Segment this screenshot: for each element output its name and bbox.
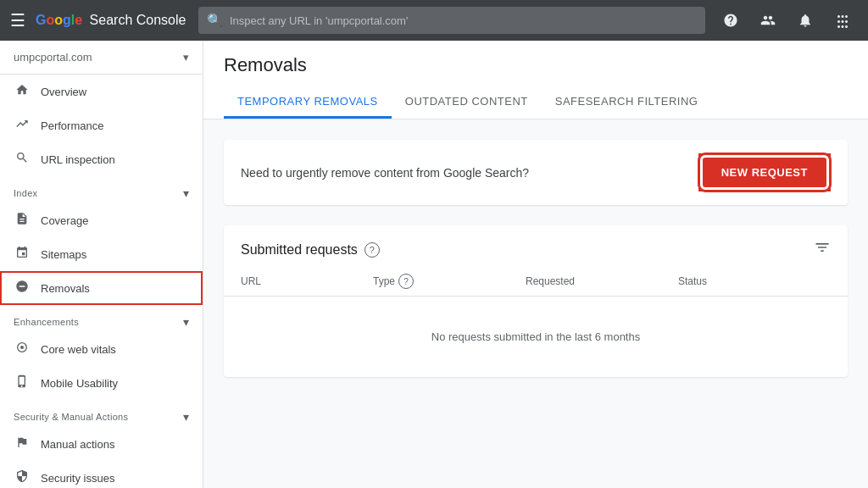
sidebar-item-sitemaps[interactable]: Sitemaps [0, 237, 203, 271]
submitted-title-text: Submitted requests [241, 242, 358, 258]
account-icon-button[interactable] [753, 5, 783, 36]
sidebar-item-security-issues[interactable]: Security issues [0, 461, 203, 488]
security-section-label: Security & Manual Actions [14, 412, 128, 422]
sidebar-item-coverage-label: Coverage [41, 214, 88, 227]
filter-icon[interactable] [814, 239, 831, 260]
tab-temporary-removals[interactable]: TEMPORARY REMOVALS [224, 86, 392, 119]
submitted-requests-section: Submitted requests ? URL Type [224, 225, 848, 377]
mobile-usability-icon [14, 374, 31, 391]
index-section-header: Index ▾ [0, 176, 203, 203]
submitted-requests-title: Submitted requests ? [241, 242, 380, 258]
sidebar-item-core-web-vitals[interactable]: Core web vitals [0, 332, 203, 366]
sidebar-item-manual-actions-label: Manual actions [41, 438, 114, 451]
app-layout: umpcportal.com ▾ Overview Performance UR… [0, 41, 868, 488]
sidebar-item-mobile-usability-label: Mobile Usability [41, 377, 118, 390]
index-section-arrow[interactable]: ▾ [183, 186, 189, 200]
sidebar-item-url-inspection-label: URL inspection [41, 153, 115, 166]
page-title: Removals [224, 54, 848, 86]
new-request-button[interactable]: NEW REQUEST [703, 158, 826, 187]
col-header-url: URL [241, 274, 373, 289]
security-issues-icon [14, 469, 31, 486]
sidebar-item-security-issues-label: Security issues [41, 472, 114, 485]
col-header-type: Type ? [373, 274, 526, 289]
sidebar-item-overview-label: Overview [41, 86, 86, 98]
property-arrow-icon: ▾ [183, 51, 189, 64]
page-header: Removals TEMPORARY REMOVALS OUTDATED CON… [203, 41, 868, 119]
sidebar-item-core-web-vitals-label: Core web vitals [41, 343, 116, 356]
empty-state: No requests submitted in the last 6 mont… [224, 297, 848, 377]
request-banner-text: Need to urgently remove content from Goo… [241, 166, 529, 180]
performance-icon [14, 117, 31, 134]
tab-outdated-content[interactable]: OUTDATED CONTENT [392, 86, 542, 119]
enhancements-section-header: Enhancements ▾ [0, 305, 203, 332]
hamburger-icon[interactable]: ☰ [10, 10, 25, 30]
submitted-requests-header: Submitted requests ? [224, 225, 848, 267]
removals-icon [14, 280, 31, 297]
empty-state-text: No requests submitted in the last 6 mont… [431, 330, 640, 343]
coverage-icon [14, 212, 31, 229]
security-section-arrow[interactable]: ▾ [183, 410, 189, 424]
col-header-status: Status [678, 274, 831, 289]
content-area: Need to urgently remove content from Goo… [203, 119, 868, 397]
sidebar-item-removals[interactable]: Removals [0, 271, 203, 305]
submitted-requests-help-icon[interactable]: ? [364, 242, 380, 258]
grid-icon-button[interactable] [827, 5, 858, 36]
sidebar-item-performance-label: Performance [41, 119, 103, 132]
sidebar-item-performance[interactable]: Performance [0, 108, 203, 142]
sidebar-item-coverage[interactable]: Coverage [0, 203, 203, 237]
main-content: Removals TEMPORARY REMOVALS OUTDATED CON… [203, 41, 868, 488]
home-icon [14, 83, 31, 100]
sidebar-item-manual-actions[interactable]: Manual actions [0, 427, 203, 461]
core-web-vitals-icon [14, 341, 31, 358]
new-request-btn-wrapper: NEW REQUEST [698, 153, 831, 191]
col-header-requested: Requested [526, 274, 678, 289]
security-section-header: Security & Manual Actions ▾ [0, 400, 203, 427]
manual-actions-icon [14, 435, 31, 452]
sidebar-item-overview[interactable]: Overview [0, 75, 203, 108]
enhancements-section-arrow[interactable]: ▾ [183, 315, 189, 329]
app-brand: Google Search Console [36, 13, 188, 28]
index-section-label: Index [14, 188, 37, 198]
sidebar-item-removals-label: Removals [41, 282, 90, 295]
table-header: URL Type ? Requested Status [224, 267, 848, 297]
sidebar-item-url-inspection[interactable]: URL inspection [0, 142, 203, 176]
nav-icons [715, 5, 858, 36]
sidebar-item-mobile-usability[interactable]: Mobile Usability [0, 366, 203, 400]
property-selector[interactable]: umpcportal.com ▾ [0, 41, 203, 75]
sitemaps-icon [14, 246, 31, 263]
request-banner: Need to urgently remove content from Goo… [224, 140, 848, 205]
svg-point-1 [20, 346, 24, 349]
type-help-icon[interactable]: ? [398, 274, 414, 289]
tab-safesearch-filtering[interactable]: SAFESEARCH FILTERING [542, 86, 712, 119]
search-icon: 🔍 [207, 13, 223, 28]
url-inspection-icon [14, 151, 31, 168]
search-bar: 🔍 [198, 7, 705, 34]
tabs: TEMPORARY REMOVALS OUTDATED CONTENT SAFE… [224, 86, 848, 119]
enhancements-section-label: Enhancements [14, 317, 79, 327]
sidebar-item-sitemaps-label: Sitemaps [41, 248, 86, 261]
search-input[interactable] [230, 14, 697, 27]
help-icon-button[interactable] [715, 5, 746, 36]
top-navigation: ☰ Google Search Console 🔍 [0, 0, 868, 41]
sidebar: umpcportal.com ▾ Overview Performance UR… [0, 41, 203, 488]
property-label: umpcportal.com [14, 51, 92, 64]
bell-icon-button[interactable] [790, 5, 821, 36]
